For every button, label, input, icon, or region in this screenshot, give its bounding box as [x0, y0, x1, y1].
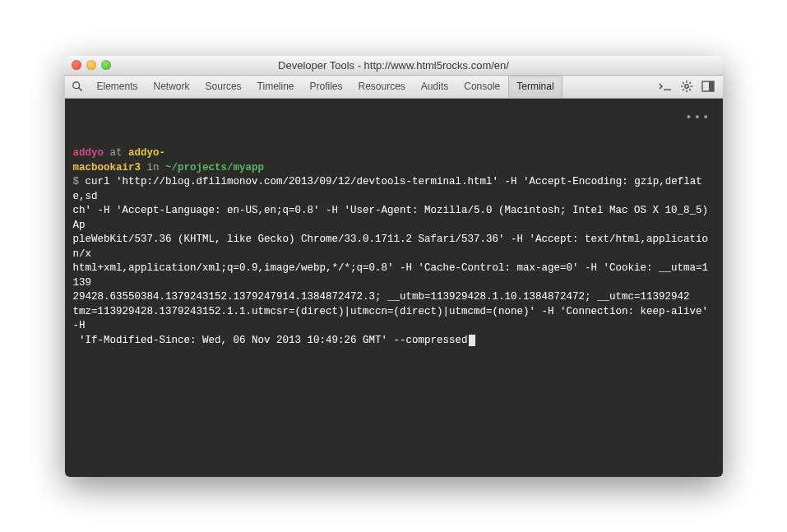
more-icon[interactable]: ••• [685, 110, 711, 127]
tab-label: Resources [359, 81, 405, 92]
prompt-user: addyo [73, 147, 104, 159]
prompt-in: in [147, 162, 160, 173]
toolbar-spacer [562, 76, 650, 98]
close-icon[interactable] [72, 60, 81, 70]
window-title: Developer Tools - http://www.html5rocks.… [65, 59, 723, 72]
tab-terminal[interactable]: Terminal [508, 76, 562, 98]
window-titlebar: Developer Tools - http://www.html5rocks.… [65, 56, 723, 76]
tab-resources[interactable]: Resources [351, 76, 414, 98]
devtools-toolbar: Elements Network Sources Timeline Profil… [65, 76, 723, 99]
prompt-path: ~/projects/myapp [165, 162, 264, 173]
tab-label: Terminal [516, 81, 553, 92]
svg-line-8 [683, 82, 684, 84]
tab-timeline[interactable]: Timeline [250, 76, 303, 98]
terminal-command: curl 'http://blog.dfilimonov.com/2013/09… [73, 176, 715, 346]
drawer-toggle-icon[interactable] [659, 81, 672, 92]
tab-label: Sources [206, 81, 242, 92]
minimize-icon[interactable] [86, 60, 96, 70]
svg-line-11 [683, 89, 684, 90]
gear-icon[interactable] [680, 80, 693, 93]
tab-sources[interactable]: Sources [198, 76, 250, 98]
devtools-tabs: Elements Network Sources Timeline Profil… [90, 76, 562, 98]
svg-point-3 [684, 85, 687, 88]
prompt-host-rest: macbookair3 [73, 162, 141, 173]
tab-console[interactable]: Console [456, 76, 508, 98]
toolbar-right [650, 76, 723, 98]
svg-line-9 [689, 89, 691, 90]
tab-label: Profiles [309, 81, 342, 92]
tab-label: Elements [97, 81, 138, 92]
prompt-host-prefix: addyo- [128, 147, 165, 159]
terminal-content: addyo at addyo- macbookair3 in ~/project… [73, 146, 715, 348]
traffic-lights [72, 60, 111, 70]
tab-label: Audits [421, 81, 448, 92]
tab-elements[interactable]: Elements [90, 76, 146, 98]
tab-label: Network [154, 81, 190, 92]
search-icon[interactable] [65, 76, 90, 98]
maximize-icon[interactable] [101, 60, 111, 70]
tab-audits[interactable]: Audits [414, 76, 456, 98]
devtools-window: Developer Tools - http://www.html5rocks.… [65, 56, 723, 477]
terminal-pane[interactable]: ••• addyo at addyo- macbookair3 in ~/pro… [65, 99, 723, 477]
prompt-at: at [110, 147, 123, 159]
dock-icon[interactable] [701, 81, 715, 92]
tab-label: Timeline [257, 81, 294, 92]
tab-network[interactable]: Network [146, 76, 198, 98]
svg-rect-13 [709, 81, 714, 91]
svg-line-1 [78, 88, 81, 91]
tab-profiles[interactable]: Profiles [302, 76, 350, 98]
svg-line-10 [689, 82, 691, 84]
prompt-symbol: $ [73, 176, 80, 187]
cursor-icon [469, 335, 475, 346]
tab-label: Console [464, 81, 500, 92]
